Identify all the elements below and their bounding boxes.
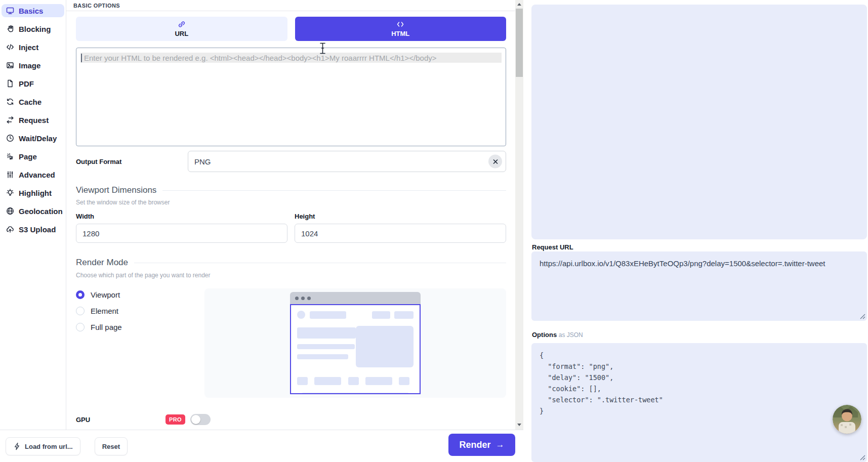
sidebar-item-basics[interactable]: Basics	[2, 4, 64, 17]
json-line: "cookie": [],	[540, 383, 859, 394]
clear-format-button[interactable]	[488, 155, 502, 169]
sidebar-item-highlight[interactable]: Highlight	[2, 186, 64, 199]
section-title: BASIC OPTIONS	[66, 0, 515, 11]
sidebar-item-geolocation[interactable]: Geolocation	[2, 204, 64, 218]
browser-mockup-titlebar	[290, 292, 421, 304]
mock-block	[302, 393, 409, 394]
sidebar-item-inject[interactable]: Inject	[2, 40, 64, 54]
tab-html-label: HTML	[391, 30, 409, 37]
cursor-click-icon	[6, 152, 14, 160]
load-from-url-button[interactable]: Load from url...	[6, 437, 80, 455]
sidebar-item-label: Cache	[19, 98, 42, 106]
output-format-field-wrap	[188, 151, 506, 172]
gpu-toggle[interactable]	[190, 414, 211, 425]
json-line: "selector": ".twitter-tweet"	[540, 394, 859, 405]
resize-grip-icon[interactable]	[860, 314, 865, 319]
sidebar-item-request[interactable]: Request	[2, 113, 64, 127]
support-chat-avatar[interactable]	[833, 405, 861, 434]
width-input[interactable]	[76, 224, 287, 243]
html-input-placeholder: Enter your HTML to be rendered e.g. <htm…	[84, 54, 437, 62]
tab-url[interactable]: URL	[76, 17, 287, 41]
arrow-right-icon: →	[496, 440, 505, 450]
sidebar-item-label: Wait/Delay	[19, 134, 57, 143]
sidebar-item-label: Highlight	[19, 189, 52, 197]
triangle-up-icon	[517, 3, 521, 6]
close-icon	[492, 158, 499, 164]
request-url-box[interactable]: https://api.urlbox.io/v1/Q83xEHeBytTeOQp…	[531, 251, 867, 321]
sidebar-item-pdf[interactable]: PDF	[2, 77, 64, 90]
json-line: }	[540, 405, 859, 416]
pro-badge: PRO	[166, 414, 185, 425]
tab-html[interactable]: HTML	[295, 17, 507, 41]
clock-icon	[6, 134, 14, 142]
gpu-row: GPU PRO	[76, 414, 211, 425]
right-panel: Request URL https://api.urlbox.io/v1/Q83…	[523, 0, 868, 462]
sidebar-item-label: Request	[19, 116, 49, 124]
mock-block	[297, 344, 355, 349]
sidebar-item-page[interactable]: Page	[2, 150, 64, 163]
sidebar-item-image[interactable]: Image	[2, 59, 64, 72]
dimensions-row: Width Height	[76, 213, 506, 243]
code-icon	[6, 43, 14, 51]
reset-button[interactable]: Reset	[95, 437, 128, 455]
main-panel: BASIC OPTIONS URL HTML Enter your HTML t…	[66, 0, 515, 430]
render-button[interactable]: Render →	[448, 434, 515, 456]
height-input[interactable]	[295, 224, 506, 243]
footer-bar: Load from url... Reset Render →	[0, 430, 523, 462]
width-field: Width	[76, 213, 287, 243]
mock-block	[297, 354, 348, 359]
viewport-dimensions-heading: Viewport Dimensions	[76, 185, 506, 195]
scrollbar-down-arrow[interactable]	[515, 421, 523, 428]
sidebar-item-label: Geolocation	[19, 207, 63, 216]
options-label-text: Options	[532, 331, 557, 339]
arrows-swap-icon	[6, 116, 14, 124]
sidebar: Basics Blocking Inject Image PDF Cache R…	[0, 0, 66, 430]
render-mode-body: Viewport Element Full page	[76, 288, 506, 398]
mock-avatar-block	[297, 311, 305, 319]
radio-button[interactable]	[76, 323, 85, 331]
mock-block	[372, 311, 390, 319]
sidebar-item-label: S3 Upload	[19, 225, 56, 234]
reset-label: Reset	[102, 443, 120, 450]
scrollbar-thumb[interactable]	[516, 9, 523, 77]
sidebar-item-blocking[interactable]: Blocking	[2, 22, 64, 35]
output-format-label: Output Format	[76, 158, 188, 165]
vertical-scrollbar[interactable]	[515, 0, 523, 430]
image-icon	[6, 61, 14, 69]
radio-button-selected[interactable]	[76, 290, 85, 299]
mock-block	[314, 377, 341, 385]
cloud-upload-icon	[6, 225, 14, 233]
output-format-input[interactable]	[188, 151, 506, 172]
resize-grip-icon[interactable]	[860, 455, 865, 460]
mock-block	[297, 377, 308, 385]
link-icon	[178, 20, 186, 28]
render-label: Render	[459, 440, 490, 450]
render-mode-subtitle: Choose which part of the page you want t…	[76, 272, 211, 279]
json-line: {	[540, 350, 859, 361]
source-tabs: URL HTML	[76, 17, 506, 41]
scrollbar-up-arrow[interactable]	[515, 1, 523, 8]
mock-block	[310, 311, 346, 319]
sidebar-item-label: PDF	[19, 79, 34, 88]
html-input[interactable]: Enter your HTML to be rendered e.g. <htm…	[76, 48, 506, 146]
sidebar-item-wait-delay[interactable]: Wait/Delay	[2, 132, 64, 145]
viewport-dimensions-subtitle: Set the window size of the browser	[76, 199, 170, 206]
sidebar-item-cache[interactable]: Cache	[2, 95, 64, 108]
radio-element[interactable]: Element	[76, 306, 204, 316]
sidebar-item-s3-upload[interactable]: S3 Upload	[2, 223, 64, 236]
sidebar-item-advanced[interactable]: Advanced	[2, 168, 64, 181]
heading-rule	[162, 190, 506, 191]
radio-full-page[interactable]: Full page	[76, 322, 204, 332]
request-url-value: https://api.urlbox.io/v1/Q83xEHeBytTeOQp…	[540, 259, 825, 268]
window-dot	[295, 297, 299, 300]
browser-mockup-viewport	[290, 304, 421, 394]
options-label: Options as JSON	[532, 331, 583, 339]
width-label: Width	[76, 213, 287, 220]
options-json-box[interactable]: { "format": "png", "delay": "1500", "coo…	[531, 343, 867, 462]
bulb-icon	[6, 189, 14, 197]
radio-viewport[interactable]: Viewport	[76, 289, 204, 300]
options-label-suffix: as JSON	[559, 331, 583, 339]
window-dot	[307, 297, 311, 300]
request-url-label: Request URL	[532, 243, 573, 251]
radio-button[interactable]	[76, 307, 85, 315]
